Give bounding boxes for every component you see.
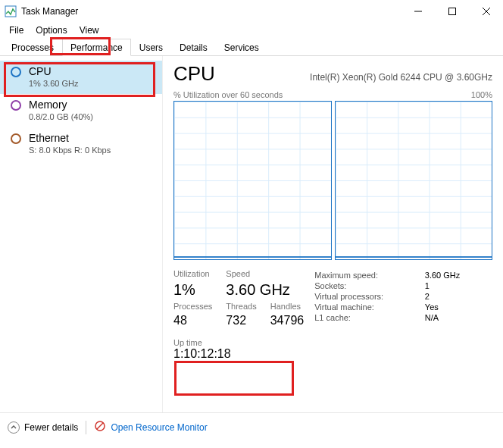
max-speed-label: Maximum speed: (314, 271, 416, 280)
open-resource-monitor-label: Open Resource Monitor (111, 422, 207, 433)
stats-primary: Utilization Speed 1% 3.60 GHz Processes … (173, 269, 304, 361)
open-resource-monitor-link[interactable]: Open Resource Monitor (94, 420, 207, 434)
main-area: CPU 1% 3.60 GHz Memory 0.8/2.0 GB (40%) … (0, 56, 503, 412)
tab-processes[interactable]: Processes (3, 39, 62, 56)
sidebar-item-cpu[interactable]: CPU 1% 3.60 GHz (0, 61, 162, 94)
sidebar-item-label: CPU (29, 65, 78, 77)
sidebar-item-sub: 0.8/2.0 GB (40%) (29, 112, 93, 121)
sidebar-item-ethernet[interactable]: Ethernet S: 8.0 Kbps R: 0 Kbps (0, 127, 162, 161)
sidebar-item-sub: S: 8.0 Kbps R: 0 Kbps (29, 146, 111, 155)
graph-label-left: % Utilization over 60 seconds (173, 90, 283, 99)
threads-label: Threads (226, 302, 256, 311)
tab-strip: Processes Performance Users Details Serv… (0, 38, 503, 56)
utilization-label: Utilization (173, 269, 212, 278)
fewer-details-label: Fewer details (24, 422, 78, 433)
bottom-bar: Fewer details Open Resource Monitor (0, 412, 503, 441)
detail-header: CPU Intel(R) Xeon(R) Gold 6244 CPU @ 3.6… (173, 62, 492, 86)
tab-services[interactable]: Services (216, 39, 267, 56)
cpu-graphs (173, 101, 492, 260)
vmachine-label: Virtual machine: (314, 302, 416, 312)
stats-secondary: Maximum speed: 3.60 GHz Sockets: 1 Virtu… (314, 269, 492, 361)
tab-performance[interactable]: Performance (62, 39, 131, 56)
speed-value: 3.60 GHz (226, 281, 304, 299)
vmachine-value: Yes (425, 302, 492, 312)
max-speed-value: 3.60 GHz (425, 271, 492, 280)
l1-label: L1 cache: (314, 313, 416, 322)
window-controls (401, 0, 503, 23)
vprocs-value: 2 (425, 292, 492, 301)
maximize-button[interactable] (435, 0, 469, 23)
sidebar-item-memory[interactable]: Memory 0.8/2.0 GB (40%) (0, 94, 162, 127)
window-title: Task Manager (21, 6, 401, 17)
graph-label-right: 100% (471, 90, 492, 99)
sockets-label: Sockets: (314, 281, 416, 290)
uptime-label: Up time (173, 338, 304, 347)
sidebar-item-label: Memory (29, 99, 93, 111)
close-button[interactable] (469, 0, 503, 23)
graph-labels: % Utilization over 60 seconds 100% (173, 90, 492, 99)
l1-value: N/A (425, 313, 492, 322)
menubar: File Options View (0, 23, 503, 38)
menu-options[interactable]: Options (30, 23, 73, 37)
speed-label: Speed (226, 269, 256, 278)
fewer-details-button[interactable]: Fewer details (8, 421, 78, 434)
sidebar-item-label: Ethernet (29, 132, 111, 144)
cpu-graph-1[interactable] (173, 101, 332, 260)
chevron-up-icon (8, 421, 20, 434)
cpu-graph-2[interactable] (335, 101, 493, 260)
handles-value: 34796 (270, 314, 305, 327)
menu-file[interactable]: File (3, 23, 30, 37)
app-icon (5, 5, 17, 17)
detail-heading: CPU (173, 62, 215, 86)
detail-pane: CPU Intel(R) Xeon(R) Gold 6244 CPU @ 3.6… (163, 56, 503, 412)
menu-view[interactable]: View (73, 23, 105, 37)
cpu-icon (11, 67, 21, 77)
sockets-value: 1 (425, 281, 492, 290)
vprocs-label: Virtual processors: (314, 292, 416, 301)
memory-icon (11, 100, 21, 111)
minimize-button[interactable] (401, 0, 435, 23)
detail-processor-name: Intel(R) Xeon(R) Gold 6244 CPU @ 3.60GHz (310, 72, 492, 83)
processes-value: 48 (173, 314, 212, 327)
titlebar: Task Manager (0, 0, 503, 23)
perf-sidebar: CPU 1% 3.60 GHz Memory 0.8/2.0 GB (40%) … (0, 56, 163, 412)
tab-users[interactable]: Users (131, 39, 171, 56)
resource-monitor-icon (94, 420, 106, 434)
sidebar-item-sub: 1% 3.60 GHz (29, 79, 78, 88)
stats-area: Utilization Speed 1% 3.60 GHz Processes … (173, 269, 492, 361)
threads-value: 732 (226, 314, 256, 327)
utilization-value: 1% (173, 281, 212, 299)
processes-label: Processes (173, 302, 212, 311)
handles-label: Handles (270, 302, 305, 311)
ethernet-icon (11, 133, 21, 144)
uptime-value: 1:10:12:18 (173, 347, 304, 361)
divider (86, 421, 86, 434)
svg-line-6 (97, 423, 103, 429)
tab-details[interactable]: Details (171, 39, 216, 56)
svg-rect-2 (448, 8, 455, 15)
